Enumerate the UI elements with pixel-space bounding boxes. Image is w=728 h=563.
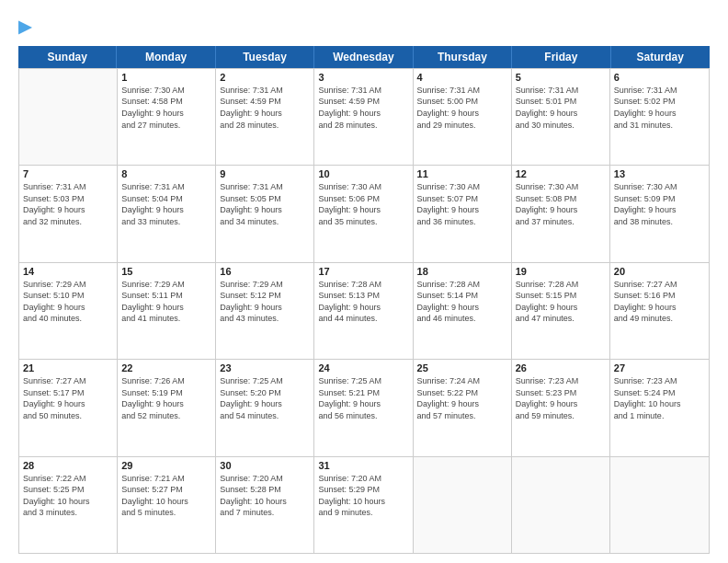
day-info: Sunrise: 7:20 AM Sunset: 5:28 PM Dayligh… xyxy=(220,473,310,519)
day-info: Sunrise: 7:30 AM Sunset: 5:08 PM Dayligh… xyxy=(516,181,606,227)
day-info: Sunrise: 7:31 AM Sunset: 5:00 PM Dayligh… xyxy=(417,85,507,131)
day-number: 18 xyxy=(417,266,507,277)
calendar-cell: 25Sunrise: 7:24 AM Sunset: 5:22 PM Dayli… xyxy=(414,360,512,455)
weekday-header: Sunday xyxy=(18,46,117,68)
calendar-cell: 17Sunrise: 7:28 AM Sunset: 5:13 PM Dayli… xyxy=(314,263,413,359)
calendar-cell: 9Sunrise: 7:31 AM Sunset: 5:05 PM Daylig… xyxy=(216,166,314,261)
calendar-cell: 16Sunrise: 7:29 AM Sunset: 5:12 PM Dayli… xyxy=(216,263,314,359)
day-number: 31 xyxy=(318,460,408,471)
calendar-cell: 4Sunrise: 7:31 AM Sunset: 5:00 PM Daylig… xyxy=(414,69,512,165)
day-info: Sunrise: 7:21 AM Sunset: 5:27 PM Dayligh… xyxy=(121,473,211,519)
weekday-header: Thursday xyxy=(414,46,512,68)
day-info: Sunrise: 7:31 AM Sunset: 4:59 PM Dayligh… xyxy=(220,85,310,131)
day-number: 29 xyxy=(121,460,211,471)
calendar-cell: 13Sunrise: 7:30 AM Sunset: 5:09 PM Dayli… xyxy=(610,166,709,261)
day-number: 19 xyxy=(516,266,606,277)
day-info: Sunrise: 7:24 AM Sunset: 5:22 PM Dayligh… xyxy=(417,375,507,421)
calendar: SundayMondayTuesdayWednesdayThursdayFrid… xyxy=(18,46,710,554)
day-info: Sunrise: 7:31 AM Sunset: 5:02 PM Dayligh… xyxy=(614,85,705,131)
day-info: Sunrise: 7:23 AM Sunset: 5:23 PM Dayligh… xyxy=(516,375,606,421)
day-number: 15 xyxy=(121,266,211,277)
calendar-cell: 23Sunrise: 7:25 AM Sunset: 5:20 PM Dayli… xyxy=(216,360,314,455)
day-number: 30 xyxy=(220,460,310,471)
calendar-cell: 14Sunrise: 7:29 AM Sunset: 5:10 PM Dayli… xyxy=(19,263,118,359)
day-info: Sunrise: 7:30 AM Sunset: 4:58 PM Dayligh… xyxy=(121,85,211,131)
day-info: Sunrise: 7:26 AM Sunset: 5:19 PM Dayligh… xyxy=(121,375,211,421)
calendar-cell: 18Sunrise: 7:28 AM Sunset: 5:14 PM Dayli… xyxy=(414,263,512,359)
day-number: 28 xyxy=(23,460,113,471)
calendar-cell: 22Sunrise: 7:26 AM Sunset: 5:19 PM Dayli… xyxy=(118,360,216,455)
calendar-cell: 15Sunrise: 7:29 AM Sunset: 5:11 PM Dayli… xyxy=(118,263,216,359)
day-info: Sunrise: 7:20 AM Sunset: 5:29 PM Dayligh… xyxy=(318,473,408,519)
day-info: Sunrise: 7:23 AM Sunset: 5:24 PM Dayligh… xyxy=(614,375,705,421)
day-number: 10 xyxy=(318,168,408,179)
weekday-header: Tuesday xyxy=(216,46,314,68)
calendar-cell: 12Sunrise: 7:30 AM Sunset: 5:08 PM Dayli… xyxy=(512,166,610,261)
day-number: 7 xyxy=(23,168,113,179)
day-number: 24 xyxy=(318,362,408,373)
day-number: 16 xyxy=(220,266,310,277)
day-number: 13 xyxy=(614,168,705,179)
day-info: Sunrise: 7:30 AM Sunset: 5:06 PM Dayligh… xyxy=(318,181,408,227)
day-info: Sunrise: 7:27 AM Sunset: 5:16 PM Dayligh… xyxy=(614,279,705,325)
day-info: Sunrise: 7:25 AM Sunset: 5:20 PM Dayligh… xyxy=(220,375,310,421)
day-number: 6 xyxy=(614,72,705,83)
calendar-cell: 28Sunrise: 7:22 AM Sunset: 5:25 PM Dayli… xyxy=(19,457,118,553)
day-info: Sunrise: 7:31 AM Sunset: 5:05 PM Dayligh… xyxy=(220,181,310,227)
calendar-cell xyxy=(610,457,709,553)
weekday-header: Friday xyxy=(512,46,610,68)
calendar-cell: 27Sunrise: 7:23 AM Sunset: 5:24 PM Dayli… xyxy=(610,360,709,455)
calendar-row: 7Sunrise: 7:31 AM Sunset: 5:03 PM Daylig… xyxy=(19,165,709,261)
calendar-cell: 29Sunrise: 7:21 AM Sunset: 5:27 PM Dayli… xyxy=(118,457,216,553)
day-info: Sunrise: 7:28 AM Sunset: 5:15 PM Dayligh… xyxy=(516,279,606,325)
day-number: 12 xyxy=(516,168,606,179)
calendar-cell: 30Sunrise: 7:20 AM Sunset: 5:28 PM Dayli… xyxy=(216,457,314,553)
calendar-cell: 10Sunrise: 7:30 AM Sunset: 5:06 PM Dayli… xyxy=(314,166,413,261)
calendar-cell: 19Sunrise: 7:28 AM Sunset: 5:15 PM Dayli… xyxy=(512,263,610,359)
day-info: Sunrise: 7:31 AM Sunset: 5:01 PM Dayligh… xyxy=(516,85,606,131)
calendar-cell: 2Sunrise: 7:31 AM Sunset: 4:59 PM Daylig… xyxy=(216,69,314,165)
calendar-cell: 21Sunrise: 7:27 AM Sunset: 5:17 PM Dayli… xyxy=(19,360,118,455)
day-info: Sunrise: 7:28 AM Sunset: 5:13 PM Dayligh… xyxy=(318,279,408,325)
day-info: Sunrise: 7:28 AM Sunset: 5:14 PM Dayligh… xyxy=(417,279,507,325)
day-number: 23 xyxy=(220,362,310,373)
day-info: Sunrise: 7:30 AM Sunset: 5:09 PM Dayligh… xyxy=(614,181,705,227)
calendar-body: 1Sunrise: 7:30 AM Sunset: 4:58 PM Daylig… xyxy=(18,68,710,554)
calendar-cell: 5Sunrise: 7:31 AM Sunset: 5:01 PM Daylig… xyxy=(512,69,610,165)
logo: ▶ xyxy=(18,18,31,37)
calendar-cell: 7Sunrise: 7:31 AM Sunset: 5:03 PM Daylig… xyxy=(19,166,118,261)
day-number: 26 xyxy=(516,362,606,373)
calendar-cell: 1Sunrise: 7:30 AM Sunset: 4:58 PM Daylig… xyxy=(118,69,216,165)
day-info: Sunrise: 7:30 AM Sunset: 5:07 PM Dayligh… xyxy=(417,181,507,227)
day-info: Sunrise: 7:27 AM Sunset: 5:17 PM Dayligh… xyxy=(23,375,113,421)
logo-text: ▶ xyxy=(18,18,31,37)
day-info: Sunrise: 7:25 AM Sunset: 5:21 PM Dayligh… xyxy=(318,375,408,421)
day-info: Sunrise: 7:31 AM Sunset: 5:04 PM Dayligh… xyxy=(121,181,211,227)
day-number: 4 xyxy=(417,72,507,83)
day-number: 21 xyxy=(23,362,113,373)
header: ▶ xyxy=(18,15,710,37)
page: ▶ SundayMondayTuesdayWednesdayThursdayFr… xyxy=(0,0,728,563)
calendar-cell xyxy=(512,457,610,553)
day-info: Sunrise: 7:22 AM Sunset: 5:25 PM Dayligh… xyxy=(23,473,113,519)
day-info: Sunrise: 7:31 AM Sunset: 4:59 PM Dayligh… xyxy=(318,85,408,131)
day-number: 2 xyxy=(220,72,310,83)
calendar-cell: 3Sunrise: 7:31 AM Sunset: 4:59 PM Daylig… xyxy=(314,69,413,165)
day-info: Sunrise: 7:31 AM Sunset: 5:03 PM Dayligh… xyxy=(23,181,113,227)
calendar-cell: 24Sunrise: 7:25 AM Sunset: 5:21 PM Dayli… xyxy=(314,360,413,455)
day-number: 17 xyxy=(318,266,408,277)
calendar-cell: 8Sunrise: 7:31 AM Sunset: 5:04 PM Daylig… xyxy=(118,166,216,261)
day-number: 25 xyxy=(417,362,507,373)
calendar-cell xyxy=(414,457,512,553)
day-number: 11 xyxy=(417,168,507,179)
calendar-row: 28Sunrise: 7:22 AM Sunset: 5:25 PM Dayli… xyxy=(19,456,709,553)
day-number: 8 xyxy=(121,168,211,179)
day-number: 9 xyxy=(220,168,310,179)
calendar-cell: 31Sunrise: 7:20 AM Sunset: 5:29 PM Dayli… xyxy=(314,457,413,553)
calendar-cell xyxy=(19,69,118,165)
weekday-header: Saturday xyxy=(611,46,710,68)
weekday-header: Wednesday xyxy=(314,46,413,68)
calendar-row: 21Sunrise: 7:27 AM Sunset: 5:17 PM Dayli… xyxy=(19,359,709,455)
day-number: 1 xyxy=(121,72,211,83)
calendar-cell: 6Sunrise: 7:31 AM Sunset: 5:02 PM Daylig… xyxy=(610,69,709,165)
